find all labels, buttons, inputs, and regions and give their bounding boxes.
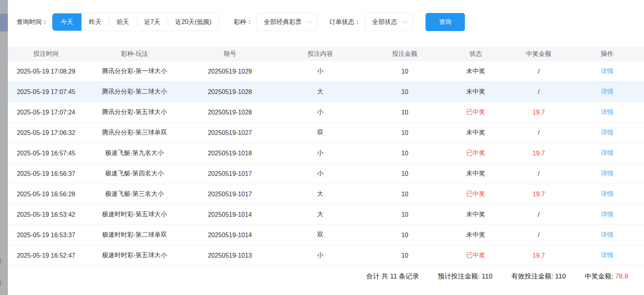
detail-link[interactable]: 详情 bbox=[601, 190, 613, 197]
cell-status: 已中奖 bbox=[444, 108, 507, 116]
sidebar-segment-active bbox=[0, 14, 8, 31]
detail-link[interactable]: 详情 bbox=[601, 211, 613, 218]
time-range-option[interactable]: 近7天 bbox=[137, 13, 168, 31]
cell-bet-content: 双 bbox=[275, 129, 365, 137]
table-row: 2025-05-19 16:53:37 极速时时彩-第二球单双 20250519… bbox=[8, 225, 644, 245]
cell-bet-content: 大 bbox=[275, 210, 365, 219]
table-body: 2025-05-19 17:08:29 腾讯分分彩-第一球大小 20250519… bbox=[8, 61, 644, 266]
cell-bet-content: 大 bbox=[275, 190, 365, 198]
cell-win-amount: / bbox=[507, 211, 570, 218]
cell-bet-content: 大 bbox=[275, 88, 365, 96]
table-row: 2025-05-19 16:56:37 极速飞艇-第四名大小 20250519-… bbox=[8, 164, 644, 184]
time-range-option[interactable]: 今天 bbox=[52, 13, 81, 31]
cell-status: 已中奖 bbox=[444, 149, 507, 157]
cell-bet-amount: 10 bbox=[365, 211, 444, 218]
cell-issue: 20250519-1029 bbox=[185, 68, 275, 75]
detail-link[interactable]: 详情 bbox=[601, 252, 613, 258]
cell-bet-amount: 10 bbox=[365, 129, 444, 136]
collapsed-sidebar-edge: 彩 彩 彩 bbox=[0, 0, 8, 295]
time-range-option[interactable]: 近20天(低频) bbox=[168, 13, 219, 31]
cell-issue: 20250519-1014 bbox=[185, 232, 275, 239]
cell-bet-time: 2025-05-19 16:56:37 bbox=[8, 170, 84, 177]
header-issue: 期号 bbox=[185, 50, 275, 58]
table-row: 2025-05-19 16:52:47 极速时时彩-第五球大小 20250519… bbox=[8, 245, 644, 266]
cell-bet-amount: 10 bbox=[365, 232, 444, 239]
lottery-type-select[interactable]: 全部经典彩票 bbox=[256, 13, 317, 31]
table-row: 2025-05-19 16:53:42 极速时时彩-第五球大小 20250519… bbox=[8, 205, 644, 225]
order-status-select[interactable]: 全部状态 bbox=[365, 13, 413, 31]
total-win-amount: 中奖金额: 78.8 bbox=[585, 272, 628, 281]
cell-lottery-play: 极速飞艇-第九名大小 bbox=[84, 149, 185, 157]
cell-bet-content: 双 bbox=[275, 231, 365, 239]
table-row: 2025-05-19 17:07:24 腾讯分分彩-第五球大小 20250519… bbox=[8, 102, 644, 123]
sidebar-glyph-fragment: 彩 bbox=[0, 280, 4, 288]
detail-link[interactable]: 详情 bbox=[601, 149, 613, 156]
cell-lottery-play: 极速飞艇-第三名大小 bbox=[84, 190, 185, 198]
cell-bet-time: 2025-05-19 16:57:45 bbox=[8, 150, 84, 157]
valid-bet-amount-value: 110 bbox=[555, 273, 566, 280]
sidebar-segment-top bbox=[0, 0, 8, 14]
cell-issue: 20250519-1014 bbox=[185, 211, 275, 218]
cell-win-amount: / bbox=[507, 170, 570, 177]
detail-link[interactable]: 详情 bbox=[601, 88, 613, 95]
table-header-row: 投注时间 彩种-玩法 期号 投注内容 投注金额 状态 中奖金额 操作 bbox=[8, 46, 644, 61]
cell-bet-content: 小 bbox=[275, 170, 365, 178]
cell-bet-time: 2025-05-19 16:53:37 bbox=[8, 232, 84, 239]
header-action: 操作 bbox=[570, 50, 644, 58]
cell-lottery-play: 腾讯分分彩-第五球大小 bbox=[84, 108, 185, 116]
cell-win-amount: 19.7 bbox=[507, 191, 570, 198]
cell-lottery-play: 腾讯分分彩-第三球单双 bbox=[84, 129, 185, 137]
table-row: 2025-05-19 17:06:32 腾讯分分彩-第三球单双 20250519… bbox=[8, 123, 644, 143]
header-bet-amount: 投注金额 bbox=[365, 50, 444, 58]
cell-bet-time: 2025-05-19 17:06:32 bbox=[8, 129, 84, 136]
detail-link[interactable]: 详情 bbox=[601, 170, 613, 177]
cell-status: 未中奖 bbox=[444, 231, 507, 239]
cell-bet-amount: 10 bbox=[365, 191, 444, 198]
detail-link[interactable]: 详情 bbox=[601, 231, 613, 238]
detail-link[interactable]: 详情 bbox=[601, 129, 613, 136]
time-range-option[interactable]: 前天 bbox=[109, 13, 137, 31]
cell-bet-amount: 10 bbox=[365, 150, 444, 157]
time-filter-label: 查询时间： bbox=[17, 18, 48, 26]
order-status-filter-label: 订单状态： bbox=[329, 18, 361, 26]
cell-issue: 20250519-1028 bbox=[185, 88, 275, 96]
cell-issue: 20250519-1028 bbox=[185, 109, 275, 116]
cell-bet-amount: 10 bbox=[365, 88, 444, 96]
cell-bet-amount: 10 bbox=[365, 170, 444, 177]
cell-win-amount: 19.7 bbox=[507, 150, 570, 157]
table-row: 2025-05-19 16:57:45 极速飞艇-第九名大小 20250519-… bbox=[8, 143, 644, 164]
detail-link[interactable]: 详情 bbox=[601, 109, 613, 115]
expected-bet-amount-label: 预计投注金额: bbox=[438, 273, 481, 280]
cell-win-amount: 19.7 bbox=[507, 252, 570, 259]
detail-link[interactable]: 详情 bbox=[601, 68, 613, 74]
header-win-amount: 中奖金额 bbox=[507, 50, 570, 58]
main-content: 查询时间： 今天昨天前天近7天近20天(低频) 彩种： 全部经典彩票 订单状态：… bbox=[8, 0, 644, 295]
valid-bet-amount: 有效投注金额: 110 bbox=[511, 272, 566, 281]
table-row: 2025-05-19 17:08:29 腾讯分分彩-第一球大小 20250519… bbox=[8, 61, 644, 82]
cell-issue: 20250519-1027 bbox=[185, 129, 275, 136]
cell-bet-amount: 10 bbox=[365, 68, 444, 75]
cell-win-amount: 19.7 bbox=[507, 109, 570, 116]
cell-lottery-play: 极速时时彩-第二球单双 bbox=[84, 231, 185, 239]
cell-win-amount: / bbox=[507, 88, 570, 96]
cell-bet-time: 2025-05-19 17:07:45 bbox=[8, 88, 84, 96]
cell-bet-amount: 10 bbox=[365, 109, 444, 116]
cell-lottery-play: 极速时时彩-第五球大小 bbox=[84, 210, 185, 219]
cell-issue: 20250519-1017 bbox=[185, 170, 275, 177]
chevron-down-icon bbox=[403, 18, 408, 24]
total-win-amount-label: 中奖金额: bbox=[585, 273, 615, 280]
cell-issue: 20250519-1013 bbox=[185, 252, 275, 259]
time-range-option[interactable]: 昨天 bbox=[81, 13, 109, 31]
cell-status: 已中奖 bbox=[444, 190, 507, 198]
cell-bet-time: 2025-05-19 17:08:29 bbox=[8, 68, 84, 75]
table-row: 2025-05-19 17:07:45 腾讯分分彩-第二球大小 20250519… bbox=[8, 82, 644, 102]
cell-issue: 20250519-1018 bbox=[185, 150, 275, 157]
cell-bet-time: 2025-05-19 16:56:28 bbox=[8, 191, 84, 198]
cell-bet-time: 2025-05-19 17:07:24 bbox=[8, 109, 84, 116]
cell-bet-amount: 10 bbox=[365, 252, 444, 259]
query-button[interactable]: 查询 bbox=[426, 13, 465, 31]
cell-status: 未中奖 bbox=[444, 67, 507, 76]
total-win-amount-value: 78.8 bbox=[615, 273, 628, 280]
cell-status: 未中奖 bbox=[444, 88, 507, 96]
sidebar-segment-body: 彩 彩 彩 bbox=[0, 31, 8, 295]
